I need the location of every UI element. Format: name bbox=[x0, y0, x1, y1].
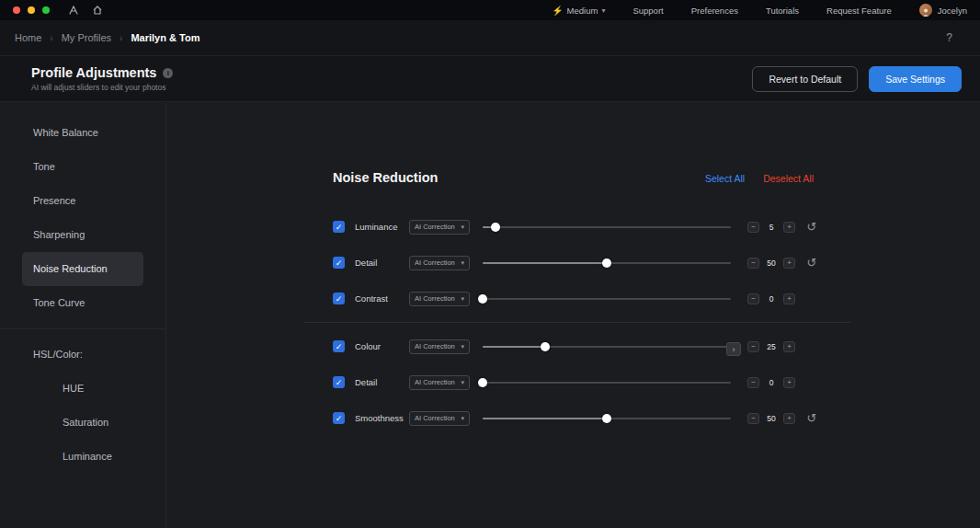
chevron-down-icon: ▾ bbox=[601, 6, 605, 15]
row-label: Luminance bbox=[355, 222, 409, 232]
plan-selector[interactable]: ⚡ Medium ▾ bbox=[552, 6, 605, 16]
select-all-link[interactable]: Select All bbox=[705, 173, 745, 184]
revert-to-default-button[interactable]: Revert to Default bbox=[752, 66, 858, 92]
increment-button[interactable]: + bbox=[783, 258, 795, 269]
nav-tutorials[interactable]: Tutorials bbox=[766, 6, 799, 16]
increment-button[interactable]: + bbox=[783, 413, 795, 424]
home-icon[interactable] bbox=[90, 4, 105, 17]
main-content: Noise Reduction Select All Deselect All … bbox=[166, 103, 980, 528]
dropdown-value: AI Correction bbox=[415, 294, 455, 303]
increment-button[interactable]: + bbox=[783, 341, 795, 352]
chevron-down-icon: ▾ bbox=[461, 415, 464, 422]
window-zoom-button[interactable] bbox=[42, 6, 50, 14]
row-label: Contrast bbox=[355, 293, 409, 304]
row-slider[interactable] bbox=[483, 413, 731, 424]
slider-handle[interactable] bbox=[602, 414, 611, 423]
ai-correction-dropdown[interactable]: AI Correction ▾ bbox=[409, 292, 470, 306]
nav-preferences[interactable]: Preferences bbox=[691, 6, 738, 16]
nav-support[interactable]: Support bbox=[632, 6, 663, 16]
adjustment-row: ✓ Smoothness AI Correction ▾ − 50 + ↺ bbox=[303, 400, 850, 436]
page-subtitle: AI will adjust sliders to edit your phot… bbox=[31, 83, 173, 92]
slider-track bbox=[483, 382, 731, 384]
adjustment-row: ✓ Detail AI Correction ▾ − 0 + ↺ bbox=[303, 364, 850, 400]
chevron-down-icon: ▾ bbox=[461, 379, 464, 386]
decrement-button[interactable]: − bbox=[747, 413, 759, 424]
ai-correction-dropdown[interactable]: AI Correction ▾ bbox=[409, 339, 470, 354]
page-header: Profile Adjustments i AI will adjust sli… bbox=[0, 56, 980, 102]
help-icon[interactable]: ? bbox=[933, 31, 965, 44]
slider-track bbox=[483, 298, 731, 300]
sidebar-item-presence[interactable]: Presence bbox=[22, 184, 143, 218]
row-checkbox[interactable]: ✓ bbox=[333, 340, 345, 352]
advanced-toggle-button[interactable]: › bbox=[726, 342, 741, 356]
decrement-button[interactable]: − bbox=[747, 222, 759, 233]
page-title: Profile Adjustments bbox=[31, 65, 156, 80]
adjustment-rows: › ✓ Luminance AI Correction ▾ − 5 + ↺ ✓ … bbox=[303, 209, 850, 436]
group-divider bbox=[303, 322, 850, 323]
ai-correction-dropdown[interactable]: AI Correction ▾ bbox=[409, 256, 470, 270]
dropdown-value: AI Correction bbox=[415, 342, 455, 350]
info-icon[interactable]: i bbox=[163, 68, 173, 78]
chevron-right-icon: › bbox=[120, 33, 122, 43]
slider-fill bbox=[483, 346, 545, 348]
sidebar-item-hue[interactable]: HUE bbox=[22, 372, 143, 406]
adjustment-row: ✓ Luminance AI Correction ▾ − 5 + ↺ bbox=[303, 209, 850, 245]
breadcrumb-my-profiles[interactable]: My Profiles bbox=[62, 32, 111, 43]
decrement-button[interactable]: − bbox=[747, 341, 759, 352]
sidebar-item-noise-reduction[interactable]: Noise Reduction bbox=[22, 252, 143, 286]
deselect-all-link[interactable]: Deselect All bbox=[763, 173, 814, 184]
ai-correction-dropdown[interactable]: AI Correction ▾ bbox=[409, 411, 470, 426]
sidebar-item-tone[interactable]: Tone bbox=[22, 150, 143, 184]
slider-fill bbox=[483, 262, 607, 264]
row-slider[interactable] bbox=[483, 258, 731, 269]
ai-correction-dropdown[interactable]: AI Correction ▾ bbox=[409, 220, 470, 235]
user-menu[interactable]: Jocelyn bbox=[919, 4, 967, 17]
row-slider[interactable] bbox=[483, 293, 731, 304]
decrement-button[interactable]: − bbox=[747, 377, 759, 388]
slider-handle[interactable] bbox=[602, 258, 611, 268]
reset-icon[interactable]: ↺ bbox=[805, 412, 818, 424]
slider-fill bbox=[483, 418, 607, 419]
increment-button[interactable]: + bbox=[783, 293, 795, 304]
window-controls bbox=[13, 6, 50, 14]
breadcrumb-home[interactable]: Home bbox=[15, 32, 41, 43]
slider-handle[interactable] bbox=[478, 378, 487, 387]
app-logo-icon[interactable] bbox=[66, 4, 81, 17]
reset-icon[interactable]: ↺ bbox=[805, 221, 818, 233]
decrement-button[interactable]: − bbox=[747, 258, 759, 269]
slider-handle[interactable] bbox=[491, 223, 500, 232]
slider-handle[interactable] bbox=[541, 342, 550, 351]
sidebar-item-sharpening[interactable]: Sharpening bbox=[22, 218, 143, 252]
chevron-down-icon: ▾ bbox=[461, 224, 464, 231]
row-value: 50 bbox=[759, 258, 783, 268]
chevron-down-icon: ▾ bbox=[461, 295, 464, 303]
increment-button[interactable]: + bbox=[783, 377, 795, 388]
row-slider[interactable] bbox=[483, 341, 731, 352]
ai-correction-dropdown[interactable]: AI Correction ▾ bbox=[409, 375, 470, 390]
row-slider[interactable] bbox=[483, 222, 731, 233]
window-minimize-button[interactable] bbox=[28, 6, 35, 14]
chevron-right-icon: › bbox=[733, 345, 735, 354]
row-checkbox[interactable]: ✓ bbox=[333, 257, 345, 269]
row-checkbox[interactable]: ✓ bbox=[333, 221, 345, 233]
dropdown-value: AI Correction bbox=[415, 223, 455, 231]
row-slider[interactable] bbox=[483, 377, 731, 388]
adjustment-row: ✓ Contrast AI Correction ▾ − 0 + ↺ bbox=[303, 281, 850, 316]
sidebar-item-saturation[interactable]: Saturation bbox=[22, 406, 143, 440]
row-checkbox[interactable]: ✓ bbox=[333, 376, 345, 388]
row-checkbox[interactable]: ✓ bbox=[333, 293, 345, 304]
decrement-button[interactable]: − bbox=[747, 293, 759, 304]
slider-track bbox=[483, 226, 731, 228]
sidebar-divider bbox=[0, 328, 165, 329]
increment-button[interactable]: + bbox=[783, 222, 795, 233]
window-close-button[interactable] bbox=[13, 6, 20, 14]
sidebar-item-luminance[interactable]: Luminance bbox=[22, 440, 143, 474]
save-settings-button[interactable]: Save Settings bbox=[869, 66, 962, 92]
sidebar-section-hsl-color: HSL/Color: bbox=[22, 338, 143, 372]
nav-request-feature[interactable]: Request Feature bbox=[826, 6, 892, 16]
slider-handle[interactable] bbox=[478, 294, 487, 304]
sidebar-item-tone-curve[interactable]: Tone Curve bbox=[22, 286, 143, 320]
sidebar-item-white-balance[interactable]: White Balance bbox=[22, 116, 143, 150]
reset-icon[interactable]: ↺ bbox=[805, 257, 818, 269]
row-checkbox[interactable]: ✓ bbox=[333, 412, 345, 424]
